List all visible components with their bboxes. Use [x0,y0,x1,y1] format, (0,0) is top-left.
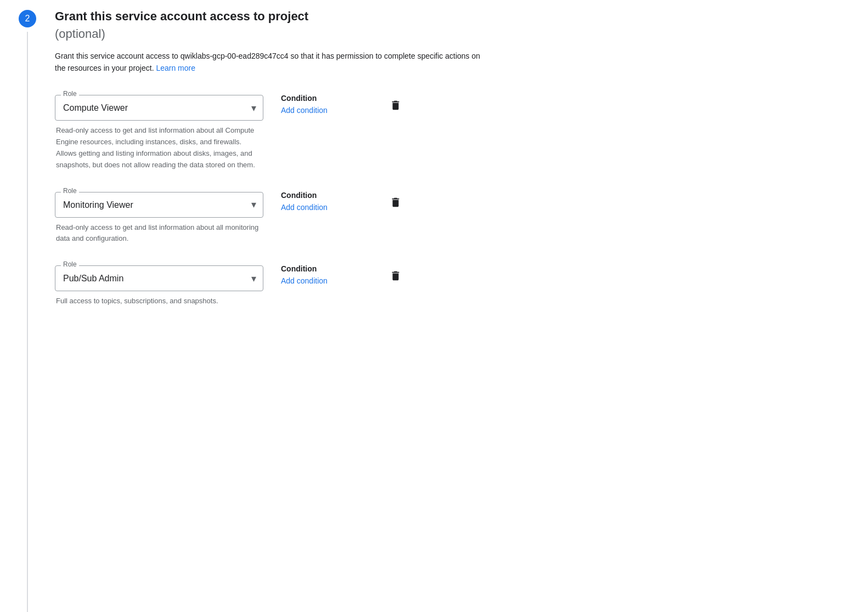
section-title: Grant this service account access to pro… [55,9,571,25]
role-select-3[interactable]: Pub/Sub Admin [55,266,263,291]
role-row-1: Role Compute Viewer ▾ Condition Add cond… [55,89,571,121]
learn-more-link[interactable]: Learn more [156,64,195,72]
section-description: Grant this service account access to qwi… [55,50,483,75]
role-field-2: Role Monitoring Viewer ▾ [55,186,263,218]
role-row-3: Role Pub/Sub Admin ▾ Condition Add condi… [55,260,571,291]
role-fieldset-3: Role Pub/Sub Admin ▾ [55,265,263,291]
description-text: Grant this service account access to qwi… [55,52,480,72]
condition-field-1: Condition Add condition [281,89,369,115]
role-section-1: Role Compute Viewer ▾ Condition Add cond… [55,89,571,171]
add-condition-link-1[interactable]: Add condition [281,106,369,115]
step-indicator: 2 [0,0,44,612]
step-circle: 2 [19,10,36,27]
delete-role-button-2[interactable] [386,193,405,212]
condition-label-2: Condition [281,191,369,200]
trash-icon-1 [390,99,402,111]
add-condition-link-3[interactable]: Add condition [281,276,369,285]
role-field-1: Role Compute Viewer ▾ [55,89,263,121]
role-section-3: Role Pub/Sub Admin ▾ Condition Add condi… [55,260,571,307]
role-section-2: Role Monitoring Viewer ▾ Condition Add c… [55,186,571,245]
role-fieldset-1: Role Compute Viewer ▾ [55,95,263,121]
main-content: Grant this service account access to pro… [44,0,593,612]
role-select-1[interactable]: Compute Viewer [55,95,263,120]
role-description-1: Read-only access to get and list informa… [55,125,263,171]
trash-icon-2 [390,196,402,208]
step-line [27,32,28,612]
add-condition-link-2[interactable]: Add condition [281,203,369,212]
page-container: 2 Grant this service account access to p… [0,0,868,612]
role-field-3: Role Pub/Sub Admin ▾ [55,260,263,291]
role-fieldset-2: Role Monitoring Viewer ▾ [55,192,263,218]
condition-label-3: Condition [281,264,369,273]
delete-role-button-1[interactable] [386,96,405,115]
condition-field-3: Condition Add condition [281,260,369,285]
trash-icon-3 [390,270,402,282]
condition-label-1: Condition [281,94,369,103]
condition-field-2: Condition Add condition [281,186,369,212]
section-subtitle: (optional) [55,27,571,41]
role-row-2: Role Monitoring Viewer ▾ Condition Add c… [55,186,571,218]
role-select-2[interactable]: Monitoring Viewer [55,192,263,217]
delete-role-button-3[interactable] [386,267,405,285]
role-description-3: Full access to topics, subscriptions, an… [55,296,263,307]
role-description-2: Read-only access to get and list informa… [55,222,263,245]
